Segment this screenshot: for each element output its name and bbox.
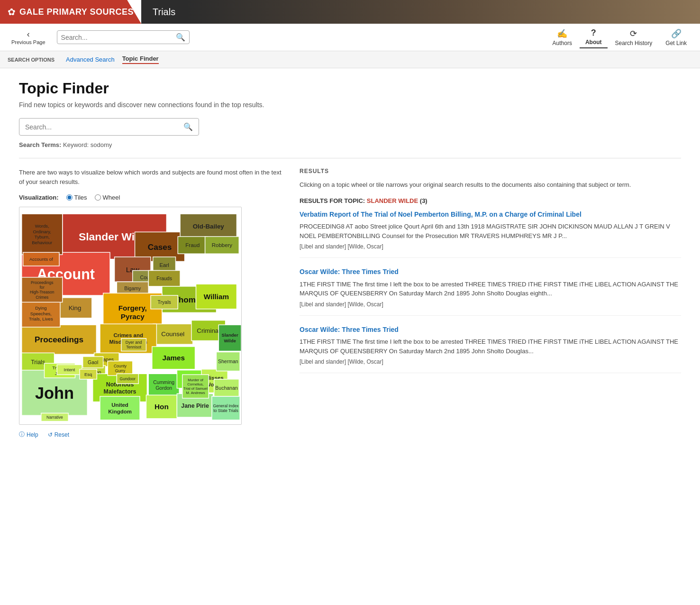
svg-text:United: United (111, 402, 128, 408)
result-tags: [Libel and slander] [Wilde, Oscar] (300, 301, 681, 308)
svg-text:Forgery,: Forgery, (118, 304, 147, 312)
svg-text:Slander: Slander (222, 333, 238, 338)
svg-text:Proceedings: Proceedings (31, 280, 54, 285)
svg-text:Frauds: Frauds (156, 275, 172, 281)
back-arrow-icon: ‹ (27, 29, 30, 39)
result-title[interactable]: Oscar Wilde: Three Times Tried (300, 325, 681, 335)
svg-text:Trials: Trials (31, 359, 45, 366)
header-logo: ✿ GALE PRIMARY SOURCES (0, 0, 141, 24)
svg-text:Wilde: Wilde (224, 338, 236, 343)
svg-text:Old-Bailey: Old-Bailey (193, 223, 225, 230)
history-icon: ⟳ (630, 28, 637, 39)
svg-text:Bigamy: Bigamy (124, 285, 141, 291)
results-description: Clicking on a topic wheel or tile narrow… (300, 180, 681, 190)
svg-text:M. Andrews: M. Andrews (186, 391, 205, 395)
svg-text:Hon: Hon (155, 403, 169, 411)
nav-get-link[interactable]: 🔗 Get Link (660, 27, 692, 48)
search-terms-line: Search Terms: Keyword: sodomy (19, 141, 681, 148)
topic-search-input[interactable] (25, 123, 183, 131)
page-subtitle: Find new topics or keywords and discover… (19, 101, 681, 109)
nav-about[interactable]: ? About (580, 26, 608, 48)
reset-icon: ↺ (48, 431, 53, 438)
result-title[interactable]: Verbatim Report of The Trial of Noel Pem… (300, 210, 681, 220)
svg-text:High-Treason: High-Treason (30, 290, 55, 294)
prev-page-button[interactable]: ‹ Previous Page (8, 29, 49, 45)
tiles-option[interactable]: Tiles (66, 194, 87, 201)
header-image (187, 0, 700, 24)
viz-description: There are two ways to visualize below wh… (19, 168, 284, 186)
svg-text:Criminal: Criminal (197, 327, 220, 334)
advanced-search-link[interactable]: Advanced Search (66, 56, 115, 63)
svg-text:Fraud: Fraud (185, 242, 200, 248)
logo-text: GALE PRIMARY SOURCES (19, 7, 134, 17)
svg-text:Ordinary,: Ordinary, (33, 229, 51, 234)
svg-text:to State Trials: to State Trials (213, 408, 238, 413)
topic-search-box[interactable]: 🔍 (19, 118, 199, 136)
toolbar-nav: ✍ Authors ? About ⟳ Search History 🔗 Get… (547, 26, 692, 48)
svg-text:King: King (69, 304, 82, 312)
topic-finder-tab[interactable]: Topic Finder (122, 55, 159, 64)
svg-text:Gundoor: Gundoor (120, 376, 136, 381)
about-icon: ? (591, 28, 596, 38)
svg-text:Speeches,: Speeches, (30, 311, 52, 316)
authors-icon: ✍ (557, 28, 567, 39)
right-column: RESULTS Clicking on a topic wheel or til… (300, 168, 681, 439)
main-content: Topic Finder Find new topics or keywords… (0, 68, 700, 450)
svg-text:Dyer and: Dyer and (126, 340, 142, 345)
nav-search-history[interactable]: ⟳ Search History (609, 27, 658, 48)
nav-authors[interactable]: ✍ Authors (547, 27, 578, 48)
result-tags: [Libel and slander] [Wilde, Oscar] (300, 243, 681, 250)
svg-text:Trial of Samuel: Trial of Samuel (183, 386, 208, 391)
svg-text:General Index: General Index (213, 403, 239, 408)
svg-text:Tennisot: Tennisot (126, 345, 142, 349)
help-icon: ⓘ (19, 431, 25, 439)
svg-rect-75 (100, 396, 140, 420)
svg-text:Cumming: Cumming (153, 379, 174, 385)
page-title: Topic Finder (19, 80, 681, 97)
result-item: Oscar Wilde: Three Times Tried 1THE FIRS… (300, 267, 681, 316)
svg-text:Tyburn,: Tyburn, (35, 234, 50, 239)
svg-text:Murder of: Murder of (188, 378, 204, 382)
svg-text:Tryals: Tryals (158, 299, 171, 305)
left-column: There are two ways to visualize below wh… (19, 168, 284, 439)
svg-text:Words,: Words, (35, 223, 49, 229)
results-list: Verbatim Report of The Trial of Noel Pem… (300, 210, 681, 374)
global-search-input[interactable] (61, 34, 176, 41)
wheel-radio[interactable] (95, 194, 101, 201)
results-for: RESULTS FOR TOPIC: SLANDER WILDE (3) (300, 197, 681, 204)
global-search-box[interactable]: 🔍 (57, 30, 190, 44)
svg-text:Malefactors: Malefactors (104, 388, 136, 395)
header-title: Trials (141, 0, 187, 24)
svg-text:Cornelius,: Cornelius, (187, 382, 203, 386)
wheel-option[interactable]: Wheel (95, 194, 120, 201)
svg-text:Dying: Dying (35, 305, 46, 311)
svg-text:Esq: Esq (84, 372, 92, 377)
tile-visualization[interactable]: Slander WildeCasesOld-BaileyAccountLawEa… (19, 207, 242, 425)
svg-text:Proceedings: Proceedings (35, 335, 83, 344)
result-title[interactable]: Oscar Wilde: Three Times Tried (300, 267, 681, 277)
svg-text:Kingdom: Kingdom (108, 409, 132, 414)
svg-text:Jane Pirie: Jane Pirie (181, 403, 209, 409)
result-tags: [Libel and slander] [Wilde, Oscar] (300, 358, 681, 365)
svg-text:Buchanan: Buchanan (215, 385, 237, 391)
reset-button[interactable]: ↺ Reset (48, 431, 69, 438)
toolbar: ‹ Previous Page 🔍 ✍ Authors ? About ⟳ Se… (0, 24, 700, 51)
svg-text:Gaol: Gaol (88, 359, 98, 365)
svg-text:Gordon: Gordon (155, 385, 172, 391)
svg-text:Pyracy: Pyracy (121, 313, 145, 321)
svg-text:Robbery: Robbery (212, 242, 233, 248)
logo-icon: ✿ (8, 6, 16, 18)
svg-text:James: James (162, 354, 185, 362)
result-excerpt: PROCEEDING8 AT aobo Street jolice Qourt … (300, 222, 681, 240)
tiles-radio[interactable] (66, 194, 73, 201)
topic-search-icon[interactable]: 🔍 (183, 122, 193, 131)
svg-text:Crimes and: Crimes and (114, 332, 143, 338)
results-label: RESULTS (300, 168, 681, 174)
global-search-button[interactable]: 🔍 (176, 33, 185, 42)
help-button[interactable]: ⓘ Help (19, 431, 38, 439)
header-banner: ✿ GALE PRIMARY SOURCES Trials (0, 0, 700, 24)
svg-text:Earl: Earl (159, 262, 169, 268)
svg-text:William: William (204, 293, 229, 301)
svg-text:Narrative: Narrative (46, 415, 63, 420)
svg-text:Crimes: Crimes (36, 295, 48, 300)
